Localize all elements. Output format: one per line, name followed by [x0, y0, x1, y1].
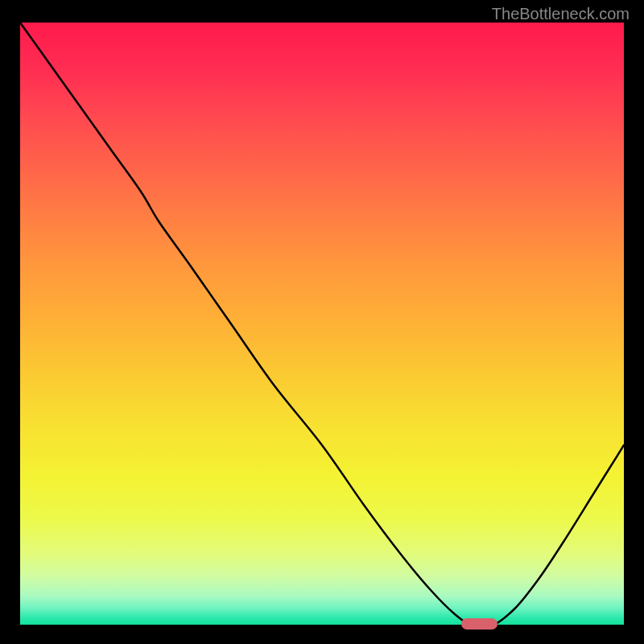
watermark-text: TheBottleneck.com [492, 5, 630, 23]
x-axis-line [20, 625, 624, 627]
bottleneck-curve [20, 23, 624, 626]
chart-plot-area [20, 23, 624, 626]
optimal-marker [461, 618, 497, 630]
